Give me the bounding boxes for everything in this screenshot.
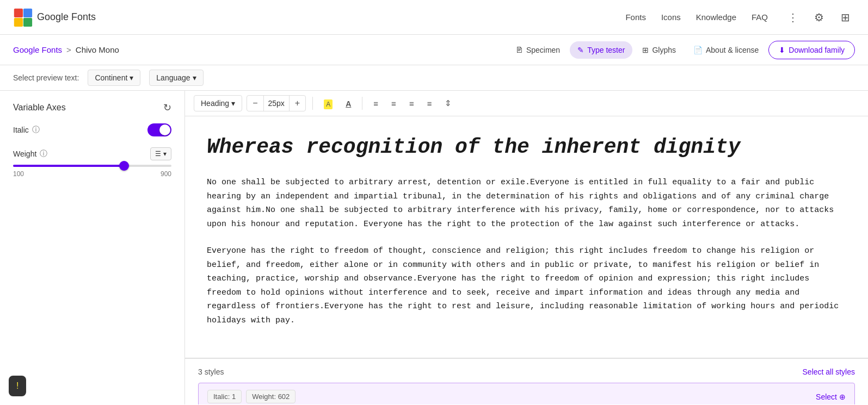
weight-label: Weight ⓘ: [13, 149, 47, 159]
top-nav: Google Fonts Fonts Icons Knowledge FAQ ⋮…: [0, 0, 868, 35]
sub-nav: Google Fonts > Chivo Mono 🖹 Specimen ✎ T…: [0, 35, 868, 65]
glyphs-tab[interactable]: ⊞ Glyphs: [635, 41, 684, 59]
sidebar: Variable Axes ↻ Italic ⓘ Weight ⓘ: [0, 91, 185, 404]
text-preview-area[interactable]: Whereas recognition of the inherent dign…: [185, 116, 868, 358]
weight-list-icon: ☰: [155, 150, 161, 158]
more-options-button[interactable]: ⋮: [783, 8, 803, 27]
styles-header: 3 styles Select all styles: [198, 367, 855, 376]
align-right-button[interactable]: ≡: [405, 96, 418, 111]
toolbar-divider-1: [312, 97, 313, 110]
about-icon: 📄: [693, 46, 703, 54]
main-layout: Variable Axes ↻ Italic ⓘ Weight ⓘ: [0, 91, 868, 404]
sub-nav-buttons: 🖹 Specimen ✎ Type tester ⊞ Glyphs 📄 Abou…: [508, 41, 855, 59]
preview-label: Select preview text:: [13, 73, 79, 82]
weight-badge-1: Weight: 602: [246, 390, 296, 403]
weight-slider-container: 100 900: [13, 165, 171, 178]
logo-text: Google Fonts: [37, 11, 96, 23]
styles-section: 3 styles Select all styles Italic: 1 Wei…: [185, 358, 868, 404]
weight-slider-labels: 100 900: [13, 170, 171, 178]
font-size-control: − 25px +: [247, 95, 306, 111]
type-tester-toolbar: Heading ▾ − 25px + A A ≡ ≡ ≡ ≡ ⇕: [185, 91, 868, 116]
svg-rect-3: [23, 17, 32, 26]
svg-rect-0: [14, 8, 23, 17]
italic-toggle[interactable]: [147, 123, 171, 136]
decrease-size-button[interactable]: −: [247, 96, 263, 111]
increase-size-button[interactable]: +: [290, 96, 305, 111]
highlight-button[interactable]: A: [319, 96, 337, 111]
heading-dropdown-arrow: ▾: [231, 99, 235, 108]
breadcrumb: Google Fonts > Chivo Mono: [13, 45, 119, 54]
toolbar-divider-2: [362, 97, 362, 110]
nav-fonts[interactable]: Fonts: [625, 13, 646, 22]
language-dropdown-arrow: ▾: [193, 73, 196, 82]
select-all-styles-button[interactable]: Select all styles: [803, 367, 855, 376]
sidebar-header: Variable Axes ↻: [13, 102, 171, 114]
weight-axis: Weight ⓘ ☰ ▾ 100 900: [13, 147, 171, 178]
text-color-icon: A: [346, 99, 351, 108]
about-license-tab[interactable]: 📄 About & license: [686, 41, 766, 59]
weight-row: Weight ⓘ ☰ ▾: [13, 147, 171, 160]
select-add-icon-1: ⊕: [839, 392, 846, 401]
body-paragraph-2[interactable]: Everyone has the right to freedom of tho…: [207, 244, 846, 327]
continent-dropdown[interactable]: Continent ▾: [88, 70, 140, 86]
type-tester-icon: ✎: [577, 46, 584, 54]
breadcrumb-home[interactable]: Google Fonts: [13, 45, 62, 54]
apps-icon[interactable]: ⊞: [835, 8, 855, 27]
glyphs-icon: ⊞: [642, 46, 649, 54]
bottom-alert: !: [9, 376, 26, 396]
font-size-value: 25px: [263, 96, 290, 111]
style-badges-1: Italic: 1 Weight: 602: [207, 390, 296, 403]
continent-dropdown-arrow: ▾: [130, 73, 133, 82]
weight-dropdown-arrow: ▾: [163, 150, 167, 158]
svg-rect-2: [14, 17, 23, 26]
body-paragraph-1[interactable]: No one shall be subjected to arbitrary a…: [207, 176, 846, 231]
language-dropdown[interactable]: Language ▾: [149, 70, 203, 86]
specimen-tab[interactable]: 🖹 Specimen: [508, 41, 568, 59]
alert-icon: !: [16, 381, 19, 391]
google-logo-icon: [13, 8, 33, 27]
weight-dropdown[interactable]: ☰ ▾: [150, 147, 171, 160]
download-family-button[interactable]: ⬇ Download family: [768, 41, 855, 59]
type-tester-tab[interactable]: ✎ Type tester: [570, 41, 632, 59]
breadcrumb-separator: >: [66, 45, 71, 54]
reset-axes-button[interactable]: ↻: [163, 102, 171, 114]
toggle-knob: [159, 124, 170, 135]
line-height-button[interactable]: ⇕: [440, 95, 456, 111]
italic-badge-1: Italic: 1: [207, 390, 242, 403]
preview-controls-bar: Select preview text: Continent ▾ Languag…: [0, 65, 868, 91]
heading-dropdown[interactable]: Heading ▾: [194, 95, 242, 111]
nav-faq[interactable]: FAQ: [752, 13, 768, 22]
svg-rect-1: [23, 8, 32, 17]
variable-axes-title: Variable Axes: [13, 103, 66, 113]
top-nav-links: Fonts Icons Knowledge FAQ ⋮ ⚙ ⊞: [625, 8, 855, 27]
styles-count: 3 styles: [198, 367, 224, 376]
specimen-icon: 🖹: [515, 46, 523, 54]
italic-info-icon[interactable]: ⓘ: [32, 125, 40, 135]
weight-info-icon[interactable]: ⓘ: [40, 149, 47, 159]
nav-icon-buttons: ⋮ ⚙ ⊞: [783, 8, 855, 27]
download-icon: ⬇: [779, 46, 785, 54]
nav-icons[interactable]: Icons: [661, 13, 681, 22]
align-justify-button[interactable]: ≡: [423, 96, 436, 111]
align-center-button[interactable]: ≡: [387, 96, 401, 111]
settings-icon[interactable]: ⚙: [809, 8, 829, 27]
breadcrumb-current: Chivo Mono: [76, 45, 119, 54]
highlight-icon: A: [324, 99, 333, 109]
weight-slider-track[interactable]: [13, 165, 171, 167]
nav-knowledge[interactable]: Knowledge: [696, 13, 736, 22]
weight-slider-thumb[interactable]: [119, 161, 129, 171]
italic-axis: Italic ⓘ: [13, 123, 171, 136]
align-left-button[interactable]: ≡: [369, 96, 383, 111]
text-color-button[interactable]: A: [341, 96, 355, 111]
logo-area: Google Fonts: [13, 8, 96, 27]
style-row-1: Italic: 1 Weight: 602 Select ⊕: [198, 383, 855, 404]
content-area: Heading ▾ − 25px + A A ≡ ≡ ≡ ≡ ⇕ Wher: [185, 91, 868, 404]
italic-row: Italic ⓘ: [13, 123, 171, 136]
heading-text[interactable]: Whereas recognition of the inherent dign…: [207, 134, 846, 160]
select-style-1-button[interactable]: Select ⊕: [816, 392, 846, 401]
italic-label: Italic ⓘ: [13, 125, 40, 135]
